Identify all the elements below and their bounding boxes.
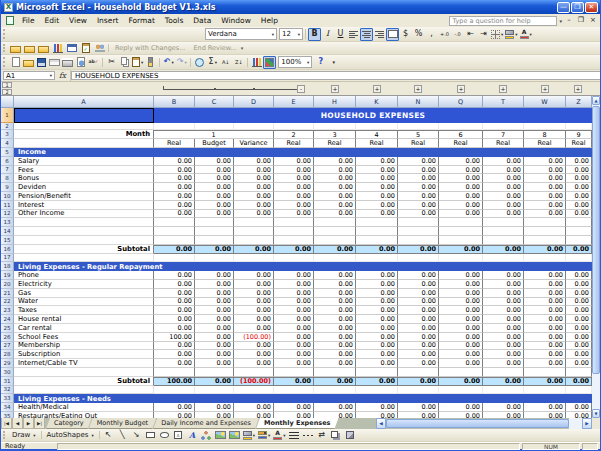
cell[interactable]: 0.00 [154, 350, 195, 359]
cell[interactable]: 0.00 [483, 350, 524, 359]
cell[interactable]: 0.00 [274, 174, 314, 183]
cell[interactable] [274, 254, 314, 263]
cell[interactable] [234, 386, 274, 395]
cell[interactable]: 0.00 [195, 333, 234, 342]
row-header-10[interactable]: 10 [1, 192, 14, 201]
fill-color-button[interactable]: ▾ [504, 28, 518, 41]
currency-button[interactable]: $ [399, 28, 412, 41]
cell[interactable]: 0.00 [154, 210, 195, 219]
next-sheet-button[interactable]: ▶ [23, 418, 34, 429]
row-label-cell[interactable]: Phone [14, 271, 154, 280]
cell[interactable]: 0.00 [483, 306, 524, 315]
cell[interactable]: 0.00 [439, 245, 483, 254]
increase-indent-button[interactable]: ⇥ [477, 28, 490, 41]
cell[interactable]: 0.00 [274, 306, 314, 315]
cell[interactable]: 0.00 [356, 350, 398, 359]
row-header-5[interactable]: 5 [1, 148, 14, 157]
chevron-down-icon[interactable]: ▾ [141, 60, 143, 65]
cell[interactable]: 0.00 [154, 306, 195, 315]
row-header-18[interactable]: 18 [1, 262, 14, 271]
formula-content[interactable]: HOUSEHOLD EXPENSES [71, 71, 600, 80]
cell[interactable]: 0.00 [234, 183, 274, 192]
cell[interactable] [234, 368, 274, 377]
zoom-combo[interactable]: 100%▾ [278, 56, 312, 68]
row-label-cell[interactable]: Fees [14, 166, 154, 175]
cell[interactable]: 0.00 [439, 166, 483, 175]
cell[interactable]: 0.00 [398, 201, 439, 210]
question-box[interactable]: Type a question for help [449, 16, 557, 26]
cell[interactable] [154, 227, 195, 236]
row-label-cell[interactable]: Salary [14, 157, 154, 166]
first-sheet-button[interactable]: |◀ [1, 418, 12, 429]
cell[interactable]: (100.00) [234, 333, 274, 342]
cell[interactable]: 0.00 [566, 333, 592, 342]
cell[interactable] [524, 386, 566, 395]
cell[interactable]: 0.00 [398, 245, 439, 254]
row-label-cell[interactable]: Taxes [14, 306, 154, 315]
cell[interactable]: 0.00 [524, 245, 566, 254]
cell[interactable]: 0.00 [524, 183, 566, 192]
cell[interactable]: 0.00 [274, 271, 314, 280]
cell[interactable]: 0.00 [154, 315, 195, 324]
cell[interactable]: 0.00 [195, 174, 234, 183]
restore-workbook-button[interactable]: ❐ [576, 16, 586, 26]
cell[interactable]: 0.00 [314, 315, 356, 324]
cell[interactable]: 0.00 [398, 377, 439, 386]
cell[interactable] [356, 386, 398, 395]
minimize-workbook-button[interactable]: – [564, 16, 574, 26]
sheet-tab-category[interactable]: Category [46, 418, 92, 429]
column-header-N[interactable]: N [398, 96, 439, 108]
row-header-26[interactable]: 26 [1, 333, 14, 342]
decrease-indent-button[interactable]: ⇤ [464, 28, 477, 41]
merge-center-button[interactable] [386, 28, 399, 41]
cell[interactable]: 0.00 [274, 157, 314, 166]
row-label-cell[interactable]: Interest [14, 201, 154, 210]
cell[interactable] [154, 254, 195, 263]
cell[interactable]: 0.00 [154, 359, 195, 368]
cell[interactable]: 0.00 [234, 403, 274, 412]
chart-wizard-button[interactable] [250, 56, 263, 69]
shadow-style-button[interactable] [329, 429, 342, 442]
cell[interactable]: 0.00 [154, 403, 195, 412]
insert-picture-button[interactable] [228, 429, 241, 442]
cell[interactable]: 0.00 [524, 324, 566, 333]
toolbar-grip[interactable] [3, 57, 7, 67]
row-header-33[interactable]: 33 [1, 394, 14, 403]
row-header-25[interactable]: 25 [1, 324, 14, 333]
cell[interactable]: 0.00 [483, 271, 524, 280]
cell[interactable]: 0.00 [314, 306, 356, 315]
row-header-7[interactable]: 7 [1, 166, 14, 175]
vertical-scroll-thumb[interactable] [592, 106, 600, 374]
folder-2-button[interactable] [37, 42, 50, 55]
cell[interactable]: 0.00 [483, 174, 524, 183]
cell[interactable]: 0.00 [195, 350, 234, 359]
cell[interactable]: 0.00 [314, 280, 356, 289]
row-label-cell[interactable] [14, 227, 154, 236]
toolbar-options-button[interactable]: ▾ [327, 56, 340, 69]
print-preview-button[interactable] [74, 56, 87, 69]
select-all-corner[interactable] [1, 96, 14, 108]
save-button[interactable] [35, 56, 48, 69]
section-banner-cell[interactable]: Living Expenses - Regular Repayment [14, 262, 592, 271]
cell[interactable]: 0.00 [566, 359, 592, 368]
line-style-button[interactable] [287, 429, 300, 442]
cell[interactable]: 0.00 [566, 245, 592, 254]
cell[interactable]: 0.00 [234, 298, 274, 307]
cell[interactable] [274, 123, 314, 130]
cell[interactable]: 0.00 [274, 192, 314, 201]
increase-decimal-button[interactable]: +.0 [438, 28, 451, 41]
cell[interactable]: 0.00 [439, 377, 483, 386]
cell[interactable]: 0.00 [356, 359, 398, 368]
toolbar-grip[interactable] [3, 44, 7, 52]
redo-button[interactable]: ↷▾ [175, 56, 188, 69]
cell[interactable]: 0.00 [314, 157, 356, 166]
cell[interactable]: 0.00 [398, 166, 439, 175]
row-header-9[interactable]: 9 [1, 183, 14, 192]
row-label-cell[interactable]: House rental [14, 315, 154, 324]
column-header-Q[interactable]: Q [439, 96, 483, 108]
row-header-20[interactable]: 20 [1, 280, 14, 289]
row-header-21[interactable]: 21 [1, 289, 14, 298]
row-header-31[interactable]: 31 [1, 377, 14, 386]
question-box-dropdown-icon[interactable]: ▾ [559, 18, 562, 24]
cell[interactable]: 0.00 [274, 324, 314, 333]
